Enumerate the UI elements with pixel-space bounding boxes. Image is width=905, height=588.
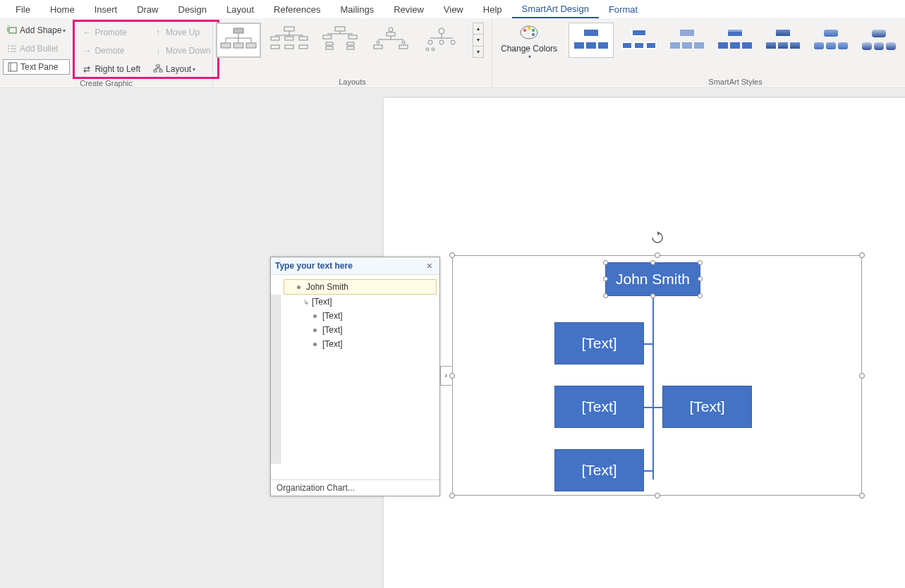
style-thumb-6[interactable] bbox=[808, 23, 854, 58]
svg-rect-92 bbox=[862, 42, 872, 50]
layout-thumb-3[interactable] bbox=[317, 23, 363, 58]
add-bullet-button[interactable]: Add Bullet bbox=[3, 41, 70, 56]
layout-thumb-1[interactable] bbox=[216, 23, 261, 58]
bullet-text-1: [Text] bbox=[312, 297, 332, 307]
menu-smartart-design[interactable]: SmartArt Design bbox=[512, 1, 599, 18]
smartart-container[interactable]: › John Smith [Text] [Text] bbox=[452, 255, 862, 496]
svg-point-45 bbox=[389, 27, 393, 32]
svg-point-64 bbox=[532, 29, 535, 32]
change-colors-button[interactable]: Change Colors ▾ bbox=[495, 20, 563, 60]
style-thumb-1[interactable] bbox=[569, 23, 614, 58]
resize-handle-ne[interactable] bbox=[859, 252, 865, 258]
menu-design[interactable]: Design bbox=[169, 1, 217, 18]
svg-rect-50 bbox=[374, 45, 382, 49]
resize-handle-s[interactable] bbox=[655, 493, 660, 498]
svg-rect-93 bbox=[874, 42, 884, 50]
resize-handle-sw[interactable] bbox=[449, 493, 455, 498]
resize-handle-e[interactable] bbox=[859, 373, 865, 379]
menu-layout[interactable]: Layout bbox=[217, 1, 264, 18]
node-root[interactable]: John Smith bbox=[605, 262, 700, 296]
text-pane-button[interactable]: Text Pane bbox=[3, 59, 70, 75]
text-pane-footer[interactable]: Organization Chart... bbox=[271, 479, 439, 496]
right-to-left-button[interactable]: ⇄ Right to Left bbox=[78, 61, 145, 77]
node-handle-nw[interactable] bbox=[603, 260, 608, 265]
svg-rect-25 bbox=[233, 43, 243, 48]
bullet-item-2[interactable]: [Text] bbox=[284, 309, 437, 323]
menu-insert[interactable]: Insert bbox=[85, 1, 128, 18]
node-handle-n[interactable] bbox=[650, 260, 655, 265]
arrow-down-icon: ↓ bbox=[153, 46, 163, 56]
layouts-scroll-more[interactable]: ▾ bbox=[473, 47, 483, 57]
svg-point-7 bbox=[8, 51, 9, 52]
bullet-list-icon bbox=[7, 44, 17, 54]
bullet-item-3[interactable]: [Text] bbox=[284, 323, 437, 337]
resize-handle-se[interactable] bbox=[859, 493, 865, 498]
menu-format[interactable]: Format bbox=[599, 1, 648, 18]
layout-button[interactable]: Layout ▾ bbox=[149, 61, 214, 77]
style-thumb-7[interactable] bbox=[856, 23, 901, 58]
layout-label: Layout bbox=[166, 64, 191, 74]
menu-references[interactable]: References bbox=[264, 1, 330, 18]
svg-rect-88 bbox=[814, 42, 824, 49]
node-child-3[interactable]: [Text] bbox=[554, 449, 644, 491]
layouts-scroll-up[interactable]: ▴ bbox=[473, 23, 483, 35]
bullet-icon bbox=[313, 343, 317, 346]
bullet-text-2: [Text] bbox=[322, 311, 343, 321]
layout-thumb-5[interactable] bbox=[419, 23, 464, 58]
menu-draw[interactable]: Draw bbox=[127, 1, 168, 18]
menu-view[interactable]: View bbox=[434, 1, 473, 18]
node-handle-sw[interactable] bbox=[603, 293, 608, 298]
menu-file[interactable]: File bbox=[6, 1, 40, 18]
node-child-2[interactable]: [Text] bbox=[662, 386, 752, 428]
style-thumb-2[interactable] bbox=[617, 23, 662, 58]
move-up-button[interactable]: ↑ Move Up bbox=[149, 25, 214, 40]
chevron-down-icon: ▾ bbox=[193, 66, 195, 73]
promote-button[interactable]: ← Promote bbox=[78, 25, 145, 40]
svg-rect-9 bbox=[8, 63, 17, 71]
style-thumb-3[interactable] bbox=[664, 23, 710, 58]
layout-thumb-4[interactable] bbox=[368, 23, 413, 58]
layouts-scroll-down[interactable]: ▾ bbox=[473, 35, 483, 46]
text-pane-close-button[interactable]: × bbox=[424, 260, 435, 271]
rotate-handle[interactable] bbox=[651, 231, 664, 246]
svg-point-60 bbox=[432, 48, 435, 51]
node-handle-ne[interactable] bbox=[698, 260, 703, 265]
add-shape-button[interactable]: Add Shape ▾ bbox=[3, 23, 70, 38]
connector-h1 bbox=[643, 343, 654, 345]
menu-help[interactable]: Help bbox=[473, 1, 512, 18]
svg-rect-71 bbox=[622, 42, 632, 49]
workspace: Type your text here × John Smith ↳ [Text… bbox=[0, 88, 905, 588]
demote-button[interactable]: → Demote bbox=[78, 43, 145, 59]
svg-rect-74 bbox=[680, 30, 694, 36]
resize-handle-nw[interactable] bbox=[449, 252, 455, 258]
node-handle-se[interactable] bbox=[698, 293, 703, 298]
menu-mailings[interactable]: Mailings bbox=[331, 1, 384, 18]
node-root-text: John Smith bbox=[616, 271, 690, 288]
svg-rect-12 bbox=[154, 70, 157, 72]
ribbon-group-layouts: ▴ ▾ ▾ Layouts bbox=[213, 18, 492, 87]
svg-point-49 bbox=[377, 41, 379, 44]
bullet-item-1[interactable]: ↳ [Text] bbox=[284, 295, 437, 309]
resize-handle-n[interactable] bbox=[655, 252, 660, 258]
node-handle-e[interactable] bbox=[698, 276, 703, 281]
svg-rect-0 bbox=[9, 27, 16, 33]
rotate-icon bbox=[651, 231, 664, 244]
layout-thumb-2[interactable] bbox=[267, 23, 312, 58]
style-thumb-5[interactable] bbox=[760, 23, 806, 58]
style-thumb-4[interactable] bbox=[712, 23, 758, 58]
node-assistant[interactable]: [Text] bbox=[554, 322, 644, 365]
move-down-button[interactable]: ↓ Move Down bbox=[149, 43, 214, 59]
svg-rect-43 bbox=[347, 42, 354, 45]
node-handle-s[interactable] bbox=[650, 293, 655, 298]
node-child-1[interactable]: [Text] bbox=[554, 386, 644, 428]
menu-home[interactable]: Home bbox=[40, 1, 85, 18]
node-handle-w[interactable] bbox=[603, 276, 608, 281]
svg-point-58 bbox=[451, 40, 455, 44]
bullet-item-0[interactable]: John Smith bbox=[284, 279, 437, 295]
menu-review[interactable]: Review bbox=[384, 1, 434, 18]
resize-handle-w[interactable] bbox=[449, 373, 455, 379]
bullet-icon bbox=[313, 314, 317, 318]
layouts-gallery: ▴ ▾ ▾ bbox=[216, 20, 489, 78]
bullet-item-4[interactable]: [Text] bbox=[284, 337, 437, 351]
svg-rect-70 bbox=[632, 30, 646, 36]
